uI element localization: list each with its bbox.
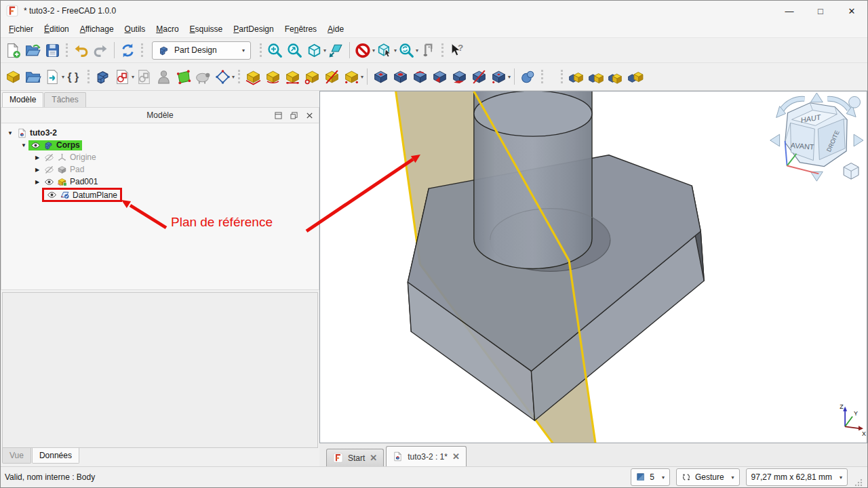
cylinder-solid[interactable]: [474, 92, 610, 268]
tb-boolean-sphere[interactable]: [518, 66, 538, 87]
3d-canvas[interactable]: HAUT AVANT DROITE: [320, 92, 867, 443]
tb-additive-loft[interactable]: [283, 66, 302, 87]
tb-subtractive-primitive[interactable]: [489, 66, 509, 87]
navigation-style-dropdown[interactable]: Gesture▾: [676, 468, 740, 486]
tb-align-to-selection[interactable]: [326, 40, 346, 60]
tb-measure[interactable]: [418, 40, 438, 60]
tb-carbon-copy[interactable]: [193, 66, 213, 87]
tree-item-corps[interactable]: ▼Corps: [1, 139, 319, 151]
tb-fit-all[interactable]: [265, 40, 285, 60]
tb-expression[interactable]: { }: [64, 66, 84, 87]
chevron-down-icon[interactable]: ▾: [361, 74, 363, 80]
eye-visible-icon[interactable]: [47, 190, 57, 200]
tb-zoom-selection[interactable]: [285, 40, 304, 60]
tb-draw-style[interactable]: [353, 40, 373, 60]
tb-save-document[interactable]: [43, 40, 62, 60]
mdi-tab-start[interactable]: Start✕: [326, 449, 384, 466]
tb-additive-helix[interactable]: [322, 66, 342, 87]
panel-float-icon[interactable]: [290, 112, 298, 119]
viewport-size-dropdown[interactable]: 97,27 mm x 62,81 mm▾: [746, 468, 848, 486]
panel-minimize-icon[interactable]: [275, 112, 282, 119]
tb-undo[interactable]: [71, 40, 91, 60]
tb-view-rotation[interactable]: [397, 40, 416, 60]
minimize-button[interactable]: —: [774, 1, 805, 21]
menu-esquisse[interactable]: Esquisse: [184, 22, 229, 36]
eye-hidden-icon[interactable]: [44, 165, 54, 175]
tb-edit-sketch[interactable]: [134, 66, 154, 87]
tb-refresh[interactable]: [118, 40, 138, 60]
menu-partdesign[interactable]: PartDesign: [228, 22, 279, 36]
close-icon[interactable]: ✕: [452, 451, 460, 462]
tree-expand-right-icon[interactable]: ▶: [33, 179, 42, 185]
tb-create-link[interactable]: [43, 66, 62, 87]
close-icon[interactable]: ✕: [370, 453, 377, 463]
tb-additive-primitive[interactable]: [342, 66, 361, 87]
tb-create-datum[interactable]: [213, 66, 233, 87]
tb-pad[interactable]: [243, 66, 263, 87]
tb-boolean-intersection[interactable]: [606, 66, 625, 87]
eye-hidden-icon[interactable]: [44, 152, 54, 163]
tb-boolean-compound[interactable]: [625, 66, 645, 87]
tb-subtractive-loft[interactable]: [450, 66, 469, 87]
tb-whats-this[interactable]: ?: [447, 40, 467, 60]
tree-item-pad001[interactable]: ▶Pad001: [1, 176, 319, 188]
tb-new-document[interactable]: [3, 40, 23, 60]
tb-additive-pipe[interactable]: [302, 66, 322, 87]
tb-clipping-plane[interactable]: [375, 40, 395, 60]
tb-groove[interactable]: [410, 66, 430, 87]
tb-hole[interactable]: [391, 66, 410, 87]
menu-macro[interactable]: Macro: [151, 22, 184, 36]
tb-redo[interactable]: [91, 40, 111, 60]
eye-visible-icon[interactable]: [31, 140, 41, 150]
tree-item-datumplane[interactable]: DatumPlane: [1, 188, 319, 202]
tb-open-document[interactable]: [23, 40, 43, 60]
navigation-cube[interactable]: HAUT AVANT DROITE: [770, 93, 863, 181]
menu-fichier[interactable]: Fichier: [3, 22, 39, 36]
tb-revolution[interactable]: [263, 66, 283, 87]
menu-fenetres[interactable]: Fenêtres: [279, 22, 322, 36]
menu-aide[interactable]: Aide: [322, 22, 349, 36]
mdi-tab-tuto3-2[interactable]: tuto3-2 : 1*✕: [386, 446, 467, 466]
maximize-button[interactable]: □: [805, 1, 836, 21]
status-dropdown-5[interactable]: 5▾: [631, 468, 670, 486]
left-dock: ModèleTâches Modèle ▼tuto3-2▼Corps▶Origi…: [1, 91, 319, 466]
chevron-down-icon[interactable]: ▾: [232, 74, 235, 80]
tree-expand-down-icon[interactable]: ▼: [5, 130, 15, 136]
eye-visible-icon[interactable]: [44, 177, 54, 187]
chevron-down-icon[interactable]: ▾: [508, 74, 511, 80]
tb-boolean-union[interactable]: [566, 66, 586, 87]
tree-item-tuto3-2[interactable]: ▼tuto3-2: [1, 127, 319, 139]
tree-item-origine[interactable]: ▶Origine: [1, 151, 319, 163]
mdi-tabbar: Start✕tuto3-2 : 1*✕: [319, 443, 867, 466]
tb-subtractive-helix[interactable]: [469, 66, 489, 87]
dock-tab-modèle[interactable]: Modèle: [2, 92, 43, 107]
tb-axonometric-view[interactable]: [304, 40, 324, 60]
workbench-selector[interactable]: Part Design▾: [152, 41, 251, 60]
menu-affichage[interactable]: Affichage: [75, 22, 119, 36]
tb-boolean-cut[interactable]: [586, 66, 606, 87]
property-editor[interactable]: [2, 292, 318, 448]
property-tab-données[interactable]: Données: [32, 448, 79, 464]
tb-pocket[interactable]: [371, 66, 391, 87]
property-tab-vue[interactable]: Vue: [2, 448, 31, 464]
tb-create-part[interactable]: [3, 66, 23, 87]
tb-create-body[interactable]: [93, 66, 113, 87]
dock-tab-tâches[interactable]: Tâches: [44, 92, 85, 107]
tb-create-sketch[interactable]: [113, 66, 132, 87]
tree-expand-right-icon[interactable]: ▶: [33, 167, 42, 173]
menu-edition[interactable]: Édition: [39, 22, 75, 36]
3d-viewport[interactable]: HAUT AVANT DROITE: [319, 91, 867, 443]
tb-map-sketch[interactable]: [154, 66, 174, 87]
resize-grip[interactable]: [854, 478, 863, 487]
tree-expand-down-icon[interactable]: ▼: [19, 142, 28, 148]
tree-expand-right-icon[interactable]: ▶: [33, 155, 42, 161]
close-button[interactable]: ✕: [836, 1, 867, 21]
titlebar[interactable]: * tuto3-2 - FreeCAD 1.0.0 — □ ✕: [1, 1, 867, 21]
tb-thickness[interactable]: [555, 66, 557, 87]
tb-create-group[interactable]: [23, 66, 43, 87]
menu-outils[interactable]: Outils: [119, 22, 151, 36]
tb-subtractive-pocket[interactable]: [430, 66, 450, 87]
panel-close-icon[interactable]: [306, 112, 313, 119]
tree-item-pad[interactable]: ▶Pad: [1, 163, 319, 176]
tb-validate-sketch[interactable]: [174, 66, 193, 87]
